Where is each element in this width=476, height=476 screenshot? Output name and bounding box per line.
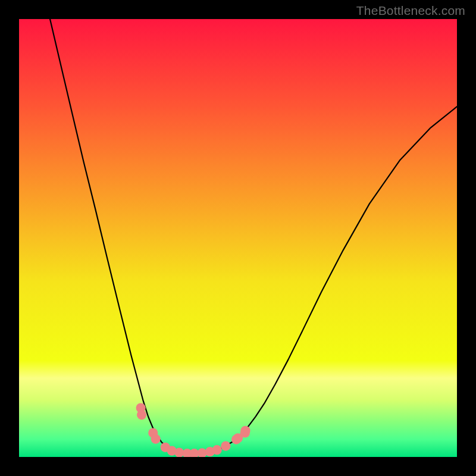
- curve-marker: [240, 426, 250, 436]
- curve-marker: [212, 445, 222, 455]
- chart-plot-area: [19, 19, 457, 457]
- curve-marker: [137, 410, 146, 419]
- curve-marker: [221, 441, 230, 451]
- watermark-text: TheBottleneck.com: [356, 4, 465, 18]
- chart-frame: TheBottleneck.com: [0, 0, 476, 476]
- curve-marker: [151, 434, 161, 444]
- chart-svg: [19, 19, 457, 457]
- chart-background: [19, 19, 457, 457]
